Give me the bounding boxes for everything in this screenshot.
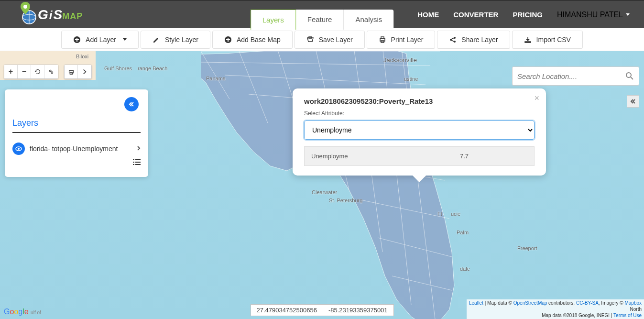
- tab-feature[interactable]: Feature: [296, 10, 344, 30]
- svg-rect-34: [133, 159, 134, 160]
- print-icon: [68, 68, 75, 75]
- logo[interactable]: GiSMAP: [17, 5, 83, 25]
- map-label: Panama: [206, 76, 226, 81]
- logo-text: GiSMAP: [38, 7, 83, 22]
- download-icon: [524, 36, 532, 44]
- map-label: Ft: [437, 211, 442, 217]
- svg-rect-39: [135, 164, 141, 165]
- share-icon: [449, 36, 457, 44]
- zoom-out-button[interactable]: −: [18, 65, 31, 78]
- save-layer-button[interactable]: Save Layer: [295, 31, 365, 49]
- caret-down-icon: [123, 38, 127, 41]
- user-menu[interactable]: HIMANSHU PATEL: [557, 11, 630, 19]
- zoom-in-button[interactable]: +: [4, 65, 18, 78]
- logo-icon: [17, 5, 37, 25]
- longitude-value: -85.23193359375001: [328, 307, 388, 314]
- popup-close-button[interactable]: ×: [534, 93, 539, 103]
- user-name: HIMANSHU PATEL: [557, 11, 623, 19]
- caret-down-icon: [626, 13, 630, 16]
- search-icon[interactable]: [625, 72, 634, 80]
- popup-select-label: Select Attribute:: [304, 110, 535, 117]
- chevron-right-icon: [81, 68, 88, 75]
- map-label: Palm: [457, 230, 469, 235]
- chevron-left-double-icon: [128, 101, 135, 108]
- feature-popup: × work20180623095230:Poverty_Rate13 Sele…: [293, 88, 546, 176]
- refresh-icon: [34, 68, 41, 75]
- ccbysa-link[interactable]: CC-BY-SA: [576, 300, 599, 306]
- svg-line-41: [631, 77, 633, 79]
- layers-panel-title: Layers: [12, 118, 141, 133]
- toolbar: Add Layer Style Layer Add Base Map Save …: [0, 28, 644, 51]
- add-layer-button[interactable]: Add Layer: [61, 31, 139, 49]
- settings-button[interactable]: [44, 65, 58, 78]
- mapbox-link[interactable]: Mapbox: [624, 300, 642, 306]
- svg-point-28: [50, 70, 52, 72]
- layer-expand-button[interactable]: [137, 144, 141, 153]
- brush-icon: [153, 36, 160, 44]
- share-layer-button[interactable]: Share Layer: [437, 31, 510, 49]
- map-label: Freeport: [517, 245, 537, 251]
- list-icon: [133, 159, 141, 165]
- nav-pricing[interactable]: PRICING: [513, 11, 543, 19]
- svg-rect-36: [133, 162, 134, 163]
- map-label: dale: [460, 266, 470, 272]
- print-icon: [379, 36, 386, 44]
- plus-circle-icon: [224, 36, 232, 44]
- search-box: [512, 66, 639, 86]
- nav-converter[interactable]: CONVERTER: [453, 11, 498, 19]
- save-icon: [306, 36, 314, 44]
- expand-right-panel-button[interactable]: [627, 95, 639, 108]
- attribute-name-cell: Unemployme: [305, 147, 453, 165]
- main-nav: HOME CONVERTER PRICING HIMANSHU PATEL: [417, 11, 630, 19]
- layers-panel: Layers florida- totpop-Unemployment: [5, 89, 148, 177]
- print-layer-button[interactable]: Print Layer: [367, 31, 436, 49]
- svg-rect-38: [133, 164, 134, 165]
- tab-layers[interactable]: Layers: [251, 10, 296, 30]
- svg-rect-37: [135, 162, 141, 163]
- refresh-button[interactable]: [31, 65, 44, 78]
- style-layer-button[interactable]: Style Layer: [141, 31, 210, 49]
- plus-circle-icon: [73, 36, 81, 44]
- gear-icon: [48, 68, 55, 75]
- coordinates-display: 27.479034752500656 -85.23193359375001: [250, 304, 393, 316]
- collapse-panel-button[interactable]: [124, 97, 139, 111]
- layer-item[interactable]: florida- totpop-Unemployment: [12, 143, 141, 155]
- svg-point-40: [626, 73, 631, 77]
- zoom-controls: + −: [4, 65, 58, 79]
- map-print-button[interactable]: [65, 65, 78, 78]
- map-label: range Beach: [138, 66, 167, 71]
- popup-title: work20180623095230:Poverty_Rate13: [304, 97, 535, 105]
- terms-link[interactable]: Terms of Use: [613, 313, 642, 318]
- attribute-value-cell: 7.7: [453, 147, 534, 165]
- search-input[interactable]: [517, 72, 625, 80]
- tab-analysis[interactable]: Analysis: [344, 10, 393, 30]
- map-label: ucie: [451, 211, 460, 217]
- svg-rect-35: [135, 159, 141, 160]
- attribute-select[interactable]: Unemployme: [304, 121, 535, 140]
- nav-home[interactable]: HOME: [417, 11, 439, 19]
- map-label: Clearwater: [312, 189, 337, 195]
- chevron-right-icon: [137, 145, 141, 151]
- attribute-table: Unemployme 7.7: [304, 146, 535, 166]
- map-expand-button[interactable]: [78, 65, 91, 78]
- layer-visibility-toggle[interactable]: [12, 143, 25, 155]
- chevron-left-double-icon: [630, 98, 636, 105]
- print-controls: [64, 65, 92, 79]
- latitude-value: 27.479034752500656: [256, 307, 317, 314]
- map-canvas[interactable]: Biloxi Gulf Shores range Beach New Orlea…: [0, 51, 644, 319]
- svg-point-29: [51, 72, 53, 74]
- osm-link[interactable]: OpenStreetMap: [513, 300, 547, 306]
- import-csv-button[interactable]: Import CSV: [512, 31, 583, 49]
- eye-icon: [15, 145, 22, 153]
- layer-name-label: florida- totpop-Unemployment: [30, 145, 118, 153]
- svg-point-33: [18, 148, 20, 150]
- map-label: Gulf Shores: [104, 66, 132, 71]
- add-base-map-button[interactable]: Add Base Map: [212, 31, 293, 49]
- map-label: Jacksonville: [383, 56, 417, 64]
- tab-container: Layers Feature Analysis: [251, 10, 394, 30]
- map-attribution: Leaflet | Map data © OpenStreetMap contr…: [467, 299, 644, 319]
- svg-rect-7: [381, 37, 384, 38]
- leaflet-link[interactable]: Leaflet: [469, 300, 483, 306]
- svg-rect-31: [70, 73, 72, 75]
- layer-legend-button[interactable]: [12, 159, 141, 167]
